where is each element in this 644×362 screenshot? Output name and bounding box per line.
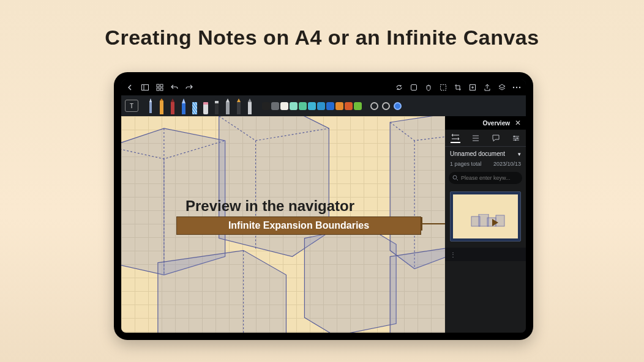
svg-point-10 — [516, 87, 517, 88]
search-row[interactable] — [449, 172, 522, 184]
pencil-tool[interactable] — [223, 97, 232, 114]
share-icon[interactable] — [483, 83, 492, 92]
svg-rect-20 — [215, 101, 219, 103]
pen-tool-1[interactable] — [146, 97, 155, 114]
swatch-7[interactable] — [317, 102, 325, 110]
undo-icon[interactable] — [170, 83, 179, 92]
drawing-canvas[interactable]: Preview in the navigator Infinite Expans… — [121, 116, 445, 333]
svg-rect-0 — [142, 85, 149, 90]
close-icon[interactable]: ✕ — [515, 119, 521, 127]
insert-icon[interactable] — [468, 83, 477, 92]
svg-point-24 — [513, 135, 514, 136]
stroke-small[interactable] — [370, 102, 378, 110]
swatch-8[interactable] — [326, 102, 334, 110]
pen-tool-4[interactable] — [179, 97, 188, 114]
page-title: Creating Notes on A4 or an Infinite Canv… — [0, 26, 644, 50]
eraser-tool-1[interactable] — [201, 97, 210, 114]
more-icon[interactable] — [512, 83, 521, 92]
app-screen: T — [121, 79, 526, 333]
svg-rect-22 — [237, 102, 241, 114]
swatch-3[interactable] — [280, 102, 288, 110]
svg-rect-13 — [171, 102, 174, 114]
tab-comments-icon[interactable] — [491, 133, 501, 143]
eraser-tool-2[interactable] — [212, 97, 221, 114]
select-icon[interactable] — [439, 83, 447, 92]
svg-rect-6 — [411, 85, 417, 90]
hand-icon[interactable] — [424, 83, 433, 92]
overview-tabs — [445, 130, 526, 147]
document-name-row[interactable]: Unnamed document ▾ — [445, 147, 526, 161]
stroke-large-selected[interactable] — [394, 102, 402, 110]
chevron-down-icon[interactable]: ▾ — [518, 151, 521, 157]
preview-title: Preview in the navigator — [185, 198, 354, 215]
back-icon[interactable] — [126, 83, 135, 92]
pen-tool-3[interactable] — [168, 97, 177, 114]
document-date: 2023/10/13 — [493, 161, 521, 167]
stroke-size-group — [370, 102, 402, 110]
svg-rect-12 — [160, 101, 163, 114]
thumbnail-paper — [453, 194, 518, 238]
grid-menu-icon[interactable] — [155, 83, 164, 92]
document-name: Unnamed document — [450, 150, 505, 157]
svg-rect-7 — [441, 85, 446, 90]
tab-settings-icon[interactable] — [511, 133, 521, 143]
tab-thumbnails-icon[interactable] — [451, 133, 460, 143]
annotation-arrow — [421, 223, 445, 224]
svg-point-26 — [514, 139, 515, 140]
svg-rect-14 — [182, 103, 185, 114]
swatch-11[interactable] — [354, 102, 362, 110]
svg-rect-2 — [157, 84, 159, 87]
overview-panel: Overview ✕ — [445, 116, 526, 333]
footer-more-icon[interactable]: ⋮ — [450, 251, 456, 258]
overview-header: Overview ✕ — [445, 116, 526, 130]
color-swatches — [262, 102, 362, 110]
tab-outline-icon[interactable] — [471, 133, 481, 143]
svg-rect-18 — [203, 102, 208, 105]
marker-tool-2[interactable] — [245, 97, 254, 114]
pen-tool-2[interactable] — [157, 97, 166, 114]
svg-rect-21 — [226, 102, 230, 114]
overview-footer: ⋮ — [445, 248, 526, 261]
app-top-toolbar — [121, 79, 526, 95]
layers-icon[interactable] — [498, 83, 506, 92]
redo-icon[interactable] — [185, 83, 193, 92]
svg-rect-3 — [160, 84, 163, 87]
crop-icon[interactable] — [454, 83, 462, 92]
document-meta: 1 pages total 2023/10/13 — [445, 161, 526, 171]
sync-icon[interactable] — [395, 83, 403, 92]
marker-tool-1[interactable] — [234, 97, 243, 114]
swatch-1[interactable] — [262, 102, 270, 110]
svg-rect-23 — [248, 102, 252, 114]
page-thumbnail[interactable] — [450, 191, 521, 242]
thumbnail-arrow-icon — [492, 219, 498, 226]
swatch-9[interactable] — [335, 102, 343, 110]
thumbnail-sketch — [470, 214, 508, 229]
sub-banner: Infinite Expansion Boundaries — [176, 216, 421, 235]
swatch-10[interactable] — [345, 102, 353, 110]
search-input[interactable] — [461, 175, 526, 181]
svg-point-9 — [513, 87, 514, 88]
svg-rect-16 — [192, 102, 197, 114]
swatch-5[interactable] — [299, 102, 307, 110]
pen-tool-5[interactable] — [190, 97, 199, 114]
pages-count: 1 pages total — [450, 161, 482, 167]
svg-point-11 — [519, 87, 520, 88]
tablet-frame: T — [114, 72, 533, 340]
panel-layout-icon[interactable] — [141, 83, 149, 92]
overview-title: Overview — [483, 120, 510, 127]
svg-point-27 — [453, 175, 457, 179]
tool-row: T — [121, 95, 526, 116]
svg-rect-4 — [157, 88, 159, 90]
swatch-6[interactable] — [308, 102, 316, 110]
shape-icon[interactable] — [410, 83, 418, 92]
svg-rect-19 — [215, 103, 219, 114]
swatch-2[interactable] — [271, 102, 279, 110]
stroke-medium[interactable] — [382, 102, 390, 110]
swatch-4[interactable] — [290, 102, 298, 110]
svg-rect-5 — [160, 88, 163, 90]
svg-point-25 — [516, 137, 517, 138]
search-icon — [452, 175, 459, 181]
text-tool[interactable]: T — [125, 100, 138, 112]
svg-rect-29 — [479, 214, 489, 226]
svg-rect-17 — [203, 103, 208, 114]
